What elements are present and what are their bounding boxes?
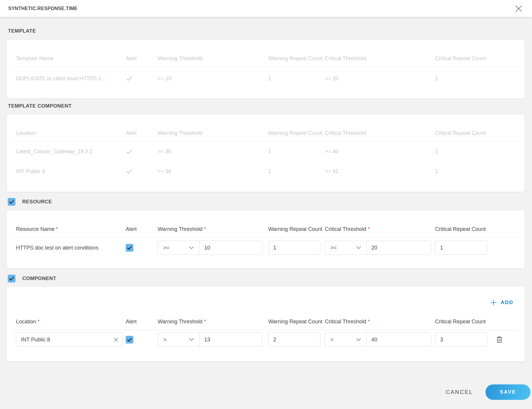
cancel-button[interactable]: CANCEL: [444, 389, 475, 396]
component-critical-operator-select[interactable]: <: [325, 333, 367, 346]
resource-section-header: RESOURCE: [8, 198, 52, 206]
component-warning-repeat-input[interactable]: [268, 333, 320, 347]
critical-threshold-value: >= 20: [325, 76, 435, 82]
component-alert-checkbox[interactable]: [126, 336, 133, 344]
component-section-title: COMPONENT: [22, 276, 56, 282]
template-card: Template Name Alert Warning Threshold Wa…: [7, 40, 525, 98]
resource-warning-threshold-input[interactable]: [199, 241, 262, 255]
location-value: INT Public 6: [16, 168, 126, 175]
resource-name-value: HTTPS doc test on alert conditions: [16, 245, 126, 251]
clear-icon: [113, 337, 119, 342]
column-header-alert: Alert: [126, 225, 158, 233]
warning-threshold-value: >= 35: [158, 148, 268, 155]
resource-warning-repeat-input[interactable]: [268, 241, 320, 255]
delete-row-button[interactable]: [496, 335, 519, 344]
resource-critical-operator-select[interactable]: >=: [325, 241, 367, 255]
check-icon: [9, 200, 14, 204]
plus-icon: [490, 299, 497, 306]
template-table-header: Template Name Alert Warning Threshold Wa…: [7, 50, 525, 67]
save-button[interactable]: SAVE: [485, 384, 531, 400]
column-header-location: Location*: [16, 317, 126, 326]
component-critical-repeat-input[interactable]: [435, 333, 487, 347]
component-section-header: COMPONENT: [8, 275, 56, 282]
component-critical-threshold-control: <: [325, 333, 431, 347]
check-icon: [127, 246, 132, 250]
chevron-down-icon: [189, 246, 194, 249]
template-component-card: Location Alert Warning Threshold Warning…: [7, 115, 525, 192]
resource-row: HTTPS doc test on alert conditions >=: [7, 238, 525, 255]
column-header-resource-name: Resource Name*: [16, 225, 126, 233]
resource-warning-operator-select[interactable]: >=: [158, 241, 199, 255]
check-icon: [127, 338, 132, 342]
template-row: DUPLICATE to client level HTTPS 1... >= …: [7, 67, 525, 90]
component-location-control: [16, 333, 123, 347]
resource-table-header: Resource Name* Alert Warning Threshold* …: [7, 221, 525, 237]
resource-critical-repeat-input[interactable]: [435, 241, 487, 255]
template-component-section-title: TEMPLATE COMPONENT: [8, 103, 72, 109]
column-header-warning-repeat: Warning Repeat Count: [268, 54, 325, 63]
required-asterisk: *: [38, 319, 40, 325]
component-table-header: Location* Alert Warning Threshold* Warni…: [7, 313, 525, 330]
column-header-alert: Alert: [126, 54, 158, 63]
warning-threshold-value: >= 36: [158, 168, 268, 175]
check-icon: [126, 149, 133, 155]
resource-section-checkbox[interactable]: [8, 198, 15, 206]
component-warning-operator-select[interactable]: >: [158, 333, 199, 346]
required-asterisk: *: [368, 319, 370, 325]
template-name-value: DUPLICATE to client level HTTPS 1...: [16, 76, 126, 82]
clear-location-button[interactable]: [113, 336, 119, 343]
modal-title: SYNTHETIC.RESPONSE.TIME: [8, 6, 78, 11]
required-asterisk: *: [204, 319, 206, 325]
resource-section-title: RESOURCE: [22, 199, 52, 205]
column-header-critical-repeat: Critical Repeat Count: [435, 129, 487, 137]
column-header-warning-threshold: Warning Threshold: [158, 129, 268, 137]
required-asterisk: *: [56, 226, 58, 232]
modal-header: SYNTHETIC.RESPONSE.TIME: [0, 0, 532, 17]
column-header-warning-repeat: Warning Repeat Count: [268, 129, 325, 137]
template-component-row: INT Public 6 >= 36 1 >= 41 1: [7, 162, 525, 181]
resource-critical-threshold-input[interactable]: [367, 241, 431, 255]
chevron-down-icon: [356, 338, 361, 341]
add-button-label: ADD: [501, 300, 513, 306]
critical-repeat-value: 1: [435, 148, 487, 155]
component-section-checkbox[interactable]: [8, 275, 15, 282]
column-header-warning-repeat: Warning Repeat Count: [268, 317, 325, 326]
add-button[interactable]: ADD: [490, 299, 513, 306]
check-icon: [9, 277, 14, 281]
warning-repeat-value: 1: [268, 148, 325, 155]
resource-alert-checkbox[interactable]: [126, 244, 133, 252]
column-header-warning-threshold: Warning Threshold*: [158, 317, 268, 326]
column-header-critical-threshold: Critical Threshold*: [325, 225, 435, 233]
modal-footer: CANCEL SAVE: [444, 384, 531, 400]
template-component-row: Latest_Classic_Gateway_19.2.2 >= 35 1 >=…: [7, 142, 525, 162]
column-header-critical-repeat: Critical Repeat Count: [435, 225, 487, 233]
column-header-warning-threshold: Warning Threshold*: [158, 225, 268, 233]
column-header-warning-threshold: Warning Threshold: [158, 54, 268, 63]
close-button[interactable]: [514, 4, 524, 14]
required-asterisk: *: [204, 226, 206, 232]
template-component-table-header: Location Alert Warning Threshold Warning…: [7, 125, 525, 141]
warning-repeat-value: 1: [268, 76, 325, 82]
critical-threshold-value: >= 41: [325, 168, 435, 175]
check-icon: [126, 76, 133, 82]
location-value: Latest_Classic_Gateway_19.2.2: [16, 148, 126, 155]
column-header-critical-threshold: Critical Threshold: [325, 54, 435, 63]
component-warning-threshold-input[interactable]: [199, 333, 262, 346]
column-header-warning-repeat: Warning Repeat Count: [268, 225, 325, 233]
column-header-template-name: Template Name: [16, 54, 126, 63]
template-section-title: TEMPLATE: [8, 28, 36, 34]
column-header-critical-repeat: Critical Repeat Count: [435, 317, 487, 326]
warning-threshold-value: >= 10: [158, 76, 268, 82]
chevron-down-icon: [356, 246, 361, 249]
column-header-critical-threshold: Critical Threshold: [325, 129, 435, 137]
warning-repeat-value: 1: [268, 168, 325, 175]
chevron-down-icon: [189, 338, 194, 341]
column-header-alert: Alert: [126, 317, 158, 326]
critical-repeat-value: 1: [435, 168, 487, 175]
component-critical-threshold-input[interactable]: [367, 333, 431, 346]
column-header-location: Location: [16, 129, 126, 137]
component-location-input[interactable]: [16, 333, 123, 347]
close-icon: [514, 4, 523, 13]
column-header-critical-repeat: Critical Repeat Count: [435, 54, 487, 63]
trash-icon: [496, 335, 503, 344]
